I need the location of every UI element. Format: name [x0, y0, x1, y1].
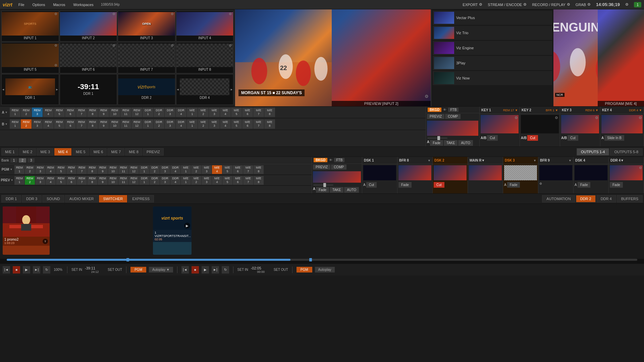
- prev-me4[interactable]: M/E4: [212, 176, 222, 185]
- scrollbar-marker-1[interactable]: [126, 258, 129, 261]
- transport-skip-start-2[interactable]: |◄: [181, 266, 189, 274]
- pgm-ddr1[interactable]: DDR1: [139, 165, 149, 174]
- ddr-cell-1[interactable]: ◄ 📺 DDR 1 ►: [1, 74, 59, 105]
- prev-arrow[interactable]: ▼: [11, 179, 13, 182]
- b-me7[interactable]: M/E7: [253, 119, 264, 129]
- me-tab-2[interactable]: M/E 2: [19, 148, 36, 156]
- scrollbar-marker-2[interactable]: [309, 258, 312, 261]
- a-rem2[interactable]: REM2: [21, 108, 32, 117]
- b-rem2[interactable]: REM2: [21, 119, 32, 129]
- set-in-label-2[interactable]: SET IN: [237, 268, 248, 272]
- prev-rem4[interactable]: REM4: [46, 176, 56, 185]
- key3-cut-button[interactable]: Cut: [568, 135, 578, 141]
- input-settings-5[interactable]: ⚙: [54, 44, 57, 47]
- user-badge[interactable]: 1: [634, 2, 641, 7]
- output-tab-5-8[interactable]: OUTPUTS 5-8: [610, 148, 643, 156]
- pgm-rem3[interactable]: REM3: [35, 165, 45, 174]
- auto-button-1[interactable]: AUTO: [458, 140, 473, 146]
- take-button-2[interactable]: TAKE: [330, 187, 343, 193]
- b-me3[interactable]: M/E3: [209, 119, 220, 129]
- a-ddr3[interactable]: DDR3: [165, 108, 175, 117]
- prev-rem2[interactable]: REM2: [25, 176, 35, 185]
- pgm-ddr3[interactable]: DDR3: [160, 165, 170, 174]
- timeline-clip-1[interactable]: T 1 promo2 1:03:23: [3, 206, 50, 255]
- ddr4-next-icon[interactable]: ►: [230, 88, 233, 91]
- bottom-right-ddr4[interactable]: DDR 4: [596, 195, 616, 202]
- mainr-label[interactable]: MAIN R▼: [470, 159, 485, 162]
- bottom-tab-express[interactable]: EXPRESS: [128, 195, 154, 202]
- menu-workspaces[interactable]: Workspaces: [71, 2, 96, 7]
- a-rem8[interactable]: REM8: [87, 108, 98, 117]
- ext-source-vectar[interactable]: Vectar Plus: [433, 11, 552, 25]
- input-cell-3[interactable]: OPEN ⚙ INPUT 3: [118, 11, 175, 42]
- key3-settings-icon[interactable]: ⚙: [595, 116, 598, 120]
- transport-skip-end[interactable]: ►|: [33, 266, 40, 274]
- pgm-rem10[interactable]: REM10: [108, 165, 118, 174]
- prev-me6[interactable]: M/E6: [233, 176, 243, 185]
- b-me2[interactable]: M/E2: [198, 119, 209, 129]
- input-cell-7[interactable]: ⚙ INPUT 7: [118, 42, 175, 73]
- prev-me3[interactable]: M/E3: [202, 176, 212, 185]
- set-out-label[interactable]: SET OUT: [108, 268, 122, 272]
- pgm-me4[interactable]: M/E4: [212, 165, 222, 174]
- pgm-arrow[interactable]: ▼: [10, 168, 12, 171]
- prev-ddr1[interactable]: DDR1: [139, 176, 149, 185]
- input-cell-1[interactable]: SPORTS ⚙ INPUT 1: [1, 11, 59, 42]
- record-replay-action[interactable]: RECORD / REPLAY ⚙: [532, 2, 570, 7]
- ext-source-viznow[interactable]: Viz Now: [433, 71, 552, 85]
- ddr4-panel-settings[interactable]: ⚙: [639, 166, 642, 170]
- ext-source-engine[interactable]: Viz Engine: [433, 41, 552, 55]
- bottom-tab-ddr3[interactable]: DDR 3: [22, 195, 42, 202]
- a-me5[interactable]: M/E5: [231, 108, 242, 117]
- prev-me2[interactable]: M/E2: [191, 176, 201, 185]
- fade-button-2[interactable]: Fade: [316, 187, 329, 193]
- prev-rem8[interactable]: REM8: [87, 176, 97, 185]
- key4-settings-icon[interactable]: ⚙: [639, 116, 642, 120]
- key2-source-dropdown[interactable]: BFR 1 ▼: [546, 109, 558, 112]
- b-me4[interactable]: M/E4: [220, 119, 231, 129]
- prev-rem1[interactable]: REM1: [14, 176, 24, 185]
- pgm-rem6[interactable]: REM6: [66, 165, 76, 174]
- pgm-rem1[interactable]: REM1: [14, 165, 24, 174]
- a-rem11[interactable]: REM11: [120, 108, 131, 117]
- prev-rem10[interactable]: REM10: [108, 176, 118, 185]
- a-ddr1[interactable]: DDR1: [143, 108, 153, 117]
- bus-b-arrow[interactable]: ▼: [5, 123, 8, 126]
- transport-play-2[interactable]: ▶: [202, 266, 209, 274]
- grab-action[interactable]: GRAB ⚙: [576, 2, 591, 7]
- menu-options[interactable]: Options: [31, 2, 47, 7]
- dsk3-dropdown[interactable]: ▼: [533, 159, 536, 162]
- input-cell-4[interactable]: ⚙ INPUT 4: [176, 11, 234, 42]
- me-tab-8[interactable]: M/E 8: [125, 148, 142, 156]
- pgm-rem12[interactable]: REM12: [129, 165, 139, 174]
- bfr9-settings[interactable]: ⚙: [539, 182, 542, 185]
- trans-thumb-2[interactable]: [323, 183, 326, 187]
- bkgd-button[interactable]: BKGD: [428, 108, 441, 112]
- me-tab-6[interactable]: M/E 6: [90, 148, 107, 156]
- a-rem10[interactable]: REM10: [109, 108, 120, 117]
- a-me2[interactable]: M/E2: [198, 108, 209, 117]
- ftb-button-2[interactable]: FTB: [334, 158, 344, 162]
- bottom-right-ddr2[interactable]: DDR 2: [576, 195, 596, 202]
- auto-button-2[interactable]: AUTO: [344, 187, 359, 193]
- trans-track-1[interactable]: [427, 137, 447, 139]
- pgm-button-1[interactable]: PGM: [130, 267, 146, 273]
- key1-source-dropdown[interactable]: REM 17 ▼: [503, 109, 518, 112]
- a-rem6[interactable]: REM6: [65, 108, 76, 117]
- key3-source-dropdown[interactable]: REM 6 ▼: [585, 109, 598, 112]
- bottom-tab-ddr1[interactable]: DDR 1: [1, 195, 21, 202]
- fade-button-1[interactable]: Fade: [430, 140, 443, 146]
- prev-me7[interactable]: M/E7: [243, 176, 253, 185]
- previz-button-2[interactable]: PREVIZ: [313, 165, 330, 170]
- bfr9-dropdown[interactable]: ▼: [569, 159, 572, 162]
- prev-ddr3[interactable]: DDR3: [160, 176, 170, 185]
- bank-2-btn[interactable]: 2: [19, 158, 26, 163]
- key4-source-dropdown[interactable]: DDR 4 ▼: [629, 109, 642, 112]
- eye-icon-2[interactable]: 👁: [329, 158, 332, 162]
- b-ddr4[interactable]: DDR4: [176, 119, 186, 129]
- b-rem7[interactable]: REM7: [76, 119, 87, 129]
- transport-skip-start[interactable]: |◄: [3, 266, 10, 274]
- a-ddr4[interactable]: DDR4: [176, 108, 186, 117]
- b-rem8[interactable]: REM8: [87, 119, 98, 129]
- set-out-label-2[interactable]: SET OUT: [274, 268, 288, 272]
